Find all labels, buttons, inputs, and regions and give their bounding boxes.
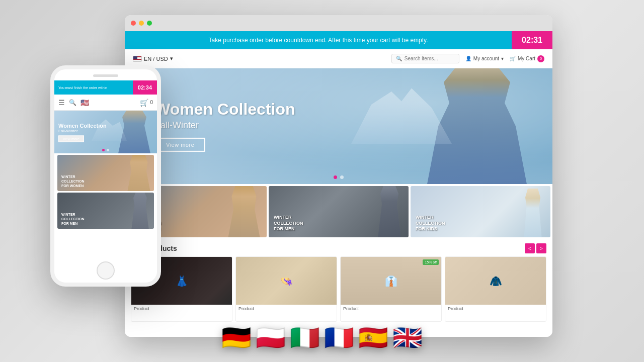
phone-women-banner-label: WINTERCOLLECTIONFOR WOMEN xyxy=(61,174,85,188)
product-info-4: Product xyxy=(445,305,546,313)
countdown-bar: Take purchase order before countdown end… xyxy=(125,31,552,49)
browser-content: Take purchase order before countdown end… xyxy=(125,31,552,337)
language-selector[interactable]: EN / USD ▾ xyxy=(133,55,173,62)
account-chevron: ▾ xyxy=(501,56,504,61)
scene: Take purchase order before countdown end… xyxy=(0,0,644,362)
mobile-phone: You must finish the order within 02:34 ☰… xyxy=(50,65,161,287)
hero-view-more-button[interactable]: View more xyxy=(155,138,205,152)
hero-dots xyxy=(334,175,344,179)
phone-search-icon[interactable]: 🔍 xyxy=(69,99,76,106)
person-icon: 👤 xyxy=(465,56,471,61)
category-row: WINTERCOLLECTIONFOR WOMEN WINTERCOLLECTI… xyxy=(125,184,552,239)
phone-speaker xyxy=(93,74,118,77)
language-label: EN / USD xyxy=(144,56,168,62)
hamburger-icon[interactable]: ☰ xyxy=(58,99,65,107)
cart-icon: 🛒 xyxy=(510,56,516,61)
phone-men-figure xyxy=(129,193,151,229)
desktop-browser: Take purchase order before countdown end… xyxy=(125,15,552,337)
phone-home-button[interactable] xyxy=(97,261,115,280)
kids-figure xyxy=(520,189,545,237)
heart-germany[interactable]: 🇩🇪 xyxy=(221,324,252,352)
phone-women-banner[interactable]: WINTERCOLLECTIONFOR WOMEN xyxy=(57,155,154,191)
heart-italy[interactable]: 🇮🇹 xyxy=(290,324,320,352)
phone-flag-icon[interactable]: 🇺🇸 xyxy=(80,99,89,107)
product-card-4[interactable]: 🧥 Product xyxy=(445,256,546,322)
country-hearts-row: 🇩🇪 🇵🇱 🇮🇹 🇫🇷 🇪🇸 🇬🇧 xyxy=(221,324,423,352)
phone-cart-icon: 🛒 xyxy=(140,99,148,107)
browser-chrome xyxy=(125,15,552,31)
phone-screen: You must finish the order within 02:34 ☰… xyxy=(54,69,157,283)
hero-subtitle: Fall-Winter xyxy=(155,120,295,131)
phone-cart-count: 0 xyxy=(150,100,153,105)
countdown-timer: 02:31 xyxy=(512,31,552,49)
phone-men-banner[interactable]: WINTERCOLLECTIONFOR MEN xyxy=(57,193,154,229)
women-figure xyxy=(226,186,262,237)
phone-hero: Women Collection Fall-Winter View more xyxy=(54,111,157,153)
hero-text-block: Women Collection Fall-Winter View more xyxy=(155,101,295,152)
product-image-4: 🧥 xyxy=(445,257,546,305)
search-input[interactable] xyxy=(405,56,455,61)
phone-countdown-timer: 02:34 xyxy=(133,80,157,95)
product-image-2: 👒 xyxy=(236,257,337,305)
discount-badge: 15% off xyxy=(423,259,439,265)
phone-nav: ☰ 🔍 🇺🇸 🛒 0 xyxy=(54,95,157,111)
phone-cart[interactable]: 🛒 0 xyxy=(140,99,153,107)
search-box[interactable]: 🔍 xyxy=(391,54,459,63)
phone-hero-title: Women Collection xyxy=(58,122,107,128)
products-grid: 👗 Product 👒 Product 15% off 👔 xyxy=(131,256,546,322)
phone-countdown-message: You must finish the order within xyxy=(54,86,133,89)
phone-women-figure xyxy=(126,155,151,191)
category-kids-banner[interactable]: WINTERCOLLECTIONFOR KIDS xyxy=(411,186,550,237)
men-category-label: WINTERCOLLECTIONFOR MEN xyxy=(274,215,303,232)
product-info-3: Product xyxy=(341,305,441,313)
phone-hero-button[interactable]: View more xyxy=(58,135,84,142)
cart-label: My Cart xyxy=(518,56,535,61)
nav-bar: EN / USD ▾ 🔍 👤 My account ▾ 🛒 My Cart 0 xyxy=(125,49,552,68)
product-card-3[interactable]: 15% off 👔 Product xyxy=(340,256,442,322)
kids-category-label: WINTERCOLLECTIONFOR KIDS xyxy=(416,215,445,232)
phone-men-banner-label: WINTERCOLLECTIONFOR MEN xyxy=(61,212,85,226)
product-info-1: Product xyxy=(131,305,232,313)
hero-banner: Women Collection Fall-Winter View more xyxy=(125,68,552,184)
minimize-dot[interactable] xyxy=(139,21,144,26)
close-dot[interactable] xyxy=(131,21,136,26)
category-men-banner[interactable]: WINTERCOLLECTIONFOR MEN xyxy=(269,186,409,237)
men-figure xyxy=(374,186,405,237)
countdown-message: Take purchase order before countdown end… xyxy=(125,37,512,44)
phone-hero-text: Women Collection Fall-Winter View more xyxy=(58,122,107,142)
account-label: My account xyxy=(473,56,499,61)
heart-uk[interactable]: 🇬🇧 xyxy=(392,324,423,352)
heart-france[interactable]: 🇫🇷 xyxy=(324,324,354,352)
heart-poland[interactable]: 🇵🇱 xyxy=(256,324,286,352)
phone-dot-1[interactable] xyxy=(102,149,105,151)
cart-button[interactable]: 🛒 My Cart 0 xyxy=(510,55,544,62)
account-menu[interactable]: 👤 My account ▾ xyxy=(465,56,504,61)
cart-badge: 0 xyxy=(537,55,544,62)
phone-dot-2[interactable] xyxy=(107,149,109,151)
phone-countdown-bar: You must finish the order within 02:34 xyxy=(54,80,157,95)
heart-spain[interactable]: 🇪🇸 xyxy=(358,324,388,352)
product-info-2: Product xyxy=(236,305,337,313)
products-navigation: < > xyxy=(525,243,546,253)
hero-dot-1[interactable] xyxy=(334,175,337,179)
phone-hero-subtitle: Fall-Winter xyxy=(58,128,107,133)
hero-title: Women Collection xyxy=(155,101,295,118)
product-card-2[interactable]: 👒 Product xyxy=(235,256,337,322)
products-section: ...ed products < > 👗 Product xyxy=(125,239,552,329)
hero-dot-2[interactable] xyxy=(340,175,344,179)
chevron-down-icon: ▾ xyxy=(170,55,173,62)
products-prev-button[interactable]: < xyxy=(525,243,535,253)
products-next-button[interactable]: > xyxy=(536,243,546,253)
flag-us-icon xyxy=(133,56,142,62)
products-header: ...ed products < > xyxy=(131,243,546,253)
maximize-dot[interactable] xyxy=(147,21,152,26)
phone-hero-dots xyxy=(102,149,109,151)
search-icon: 🔍 xyxy=(396,56,402,61)
